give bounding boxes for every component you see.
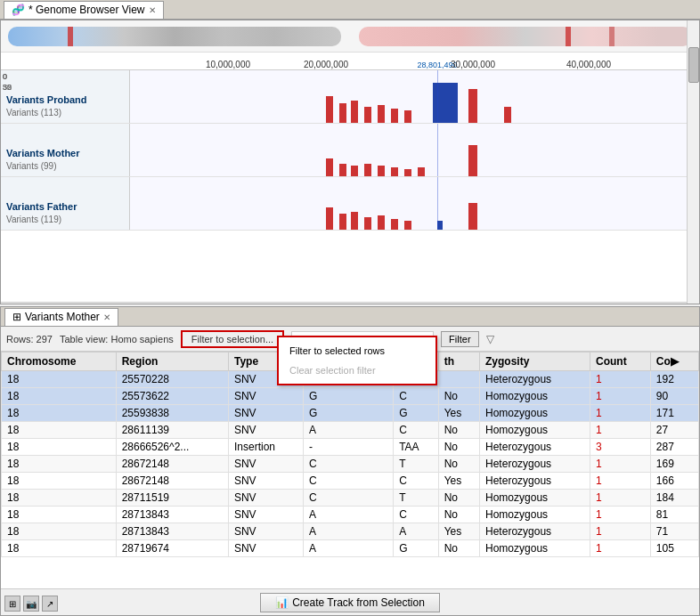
panel-tab-icon: ⊞ bbox=[12, 311, 21, 323]
data-table-container: Chromosome Region Type Reference A th Zy… bbox=[1, 352, 699, 588]
table-row[interactable]: 1828672148SNVCTNoHeterozygous1169 bbox=[2, 456, 699, 473]
table-view-label: Table view: Homo sapiens bbox=[60, 334, 174, 344]
track-sub-mother: Variants (99) bbox=[6, 161, 57, 171]
table-row[interactable]: 1828719674SNVAGNoHomozygous1105 bbox=[2, 540, 699, 557]
col-chromosome[interactable]: Chromosome bbox=[2, 353, 117, 371]
create-track-label: Create Track from Selection bbox=[292, 596, 425, 609]
panel-tab-close[interactable]: ✕ bbox=[103, 312, 110, 322]
track-sub-father: Variants (119) bbox=[6, 215, 61, 224]
scale-top-father: 0 bbox=[3, 72, 7, 81]
vertical-scrollbar[interactable] bbox=[687, 20, 699, 304]
chromosome-view bbox=[1, 20, 699, 53]
track-content-father bbox=[130, 177, 699, 230]
variants-mother-tab[interactable]: ⊞ Variants Mother ✕ bbox=[4, 308, 118, 326]
track-proband: 0 35 Variants Proband Variants (113) bbox=[1, 70, 699, 124]
table-row[interactable]: 1828666526^2...Insertion-TAANoHeterozygo… bbox=[2, 439, 699, 456]
tab-close-icon[interactable]: ✕ bbox=[149, 5, 156, 15]
bottom-panel: ⊞ Variants Mother ✕ Rows: 297 Table view… bbox=[0, 306, 700, 616]
col-region[interactable]: Region bbox=[116, 353, 228, 371]
chromosome-bar-2[interactable] bbox=[359, 27, 692, 46]
track-mother: 0 32 Variants Mother Variants (99) bbox=[1, 124, 699, 177]
main-tab-bar: 🧬 * Genome Browser View ✕ bbox=[0, 0, 700, 20]
panel-tab-bar: ⊞ Variants Mother ✕ bbox=[1, 307, 699, 327]
v-scroll-thumb[interactable] bbox=[688, 47, 699, 83]
create-track-button[interactable]: 📊 Create Track from Selection bbox=[260, 593, 440, 612]
horizontal-scrollbar[interactable] bbox=[1, 302, 699, 304]
ruler-tick-30m: 30,000,000 bbox=[451, 60, 495, 69]
tracks-area: 0 35 Variants Proband Variants (113) bbox=[1, 70, 699, 302]
track-content-mother bbox=[130, 124, 699, 176]
table-row[interactable]: 1828711519SNVCTNoHomozygous1184 bbox=[2, 490, 699, 507]
filter-apply-button[interactable]: Filter bbox=[441, 331, 478, 347]
genome-browser-panel: 10,000,000 20,000,000 28,801,490 30,000,… bbox=[0, 20, 700, 304]
clear-selection-filter-item[interactable]: Clear selection filter bbox=[279, 361, 435, 380]
col-count[interactable]: Count bbox=[590, 353, 650, 371]
track-label-proband: 0 35 Variants Proband Variants (113) bbox=[1, 70, 130, 123]
h-scroll-thumb[interactable] bbox=[134, 304, 401, 305]
position-ruler: 10,000,000 20,000,000 28,801,490 30,000,… bbox=[1, 53, 699, 70]
table-row[interactable]: 1828713843SNVACNoHomozygous181 bbox=[2, 507, 699, 523]
table-row[interactable]: 1828713843SNVAAYesHeterozygous171 bbox=[2, 523, 699, 540]
rows-info: Rows: 297 bbox=[6, 334, 53, 344]
track-sub-proband: Variants (113) bbox=[6, 108, 61, 118]
filter-selected-rows-item[interactable]: Filter to selected rows bbox=[279, 341, 435, 361]
filter-funnel-icon[interactable]: ▽ bbox=[486, 333, 494, 345]
col-zygosity[interactable]: Zygosity bbox=[480, 353, 590, 371]
track-label-father: 0 50 Variants Father Variants (119) bbox=[1, 177, 130, 230]
chromosome-bar-1[interactable] bbox=[8, 27, 341, 46]
ruler-tick-10m: 10,000,000 bbox=[206, 60, 250, 69]
track-father: 0 50 Variants Father Variants (119) bbox=[1, 177, 699, 231]
track-content-proband bbox=[130, 70, 699, 123]
ruler-tick-40m: 40,000,000 bbox=[566, 60, 611, 69]
scale-mid-father: 50 bbox=[3, 83, 12, 92]
table-row[interactable]: 1825593838SNVGGYesHomozygous1171 bbox=[2, 405, 699, 422]
bottom-tracks-icon[interactable]: ⊞ bbox=[4, 596, 20, 612]
track-label-mother: 0 32 Variants Mother Variants (99) bbox=[1, 124, 130, 176]
col-co[interactable]: Co▶ bbox=[650, 353, 698, 371]
bottom-screenshot-icon[interactable]: 📷 bbox=[23, 596, 39, 612]
track-name-father: Variants Father bbox=[6, 201, 77, 212]
ruler-tick-20m: 20,000,000 bbox=[304, 60, 348, 69]
bottom-export-icon[interactable]: ↗ bbox=[42, 596, 58, 612]
bottom-toolbar-icons: ⊞ 📷 ↗ bbox=[4, 596, 58, 612]
panel-tab-label: Variants Mother bbox=[25, 311, 100, 323]
genome-browser-tab[interactable]: 🧬 * Genome Browser View ✕ bbox=[4, 1, 164, 19]
create-track-bar-icon: 📊 bbox=[275, 596, 289, 609]
tab-label: * Genome Browser View bbox=[28, 4, 145, 16]
table-row[interactable]: 1825573622SNVGCNoHomozygous190 bbox=[2, 388, 699, 405]
track-name-mother: Variants Mother bbox=[6, 148, 80, 158]
track-name-proband: Variants Proband bbox=[6, 94, 86, 105]
filter-to-selection-button[interactable]: Filter to selection... bbox=[181, 330, 284, 348]
table-row[interactable]: 1828611139SNVACNoHomozygous127 bbox=[2, 422, 699, 439]
dropdown-menu: Filter to selected rows Clear selection … bbox=[277, 336, 437, 385]
bottom-toolbar: ⊞ 📷 ↗ 📊 Create Track from Selection bbox=[1, 588, 699, 615]
tab-icon: 🧬 bbox=[12, 4, 25, 16]
col-th[interactable]: th bbox=[438, 353, 479, 371]
table-row[interactable]: 1828672148SNVCCYesHeterozygous1166 bbox=[2, 473, 699, 490]
